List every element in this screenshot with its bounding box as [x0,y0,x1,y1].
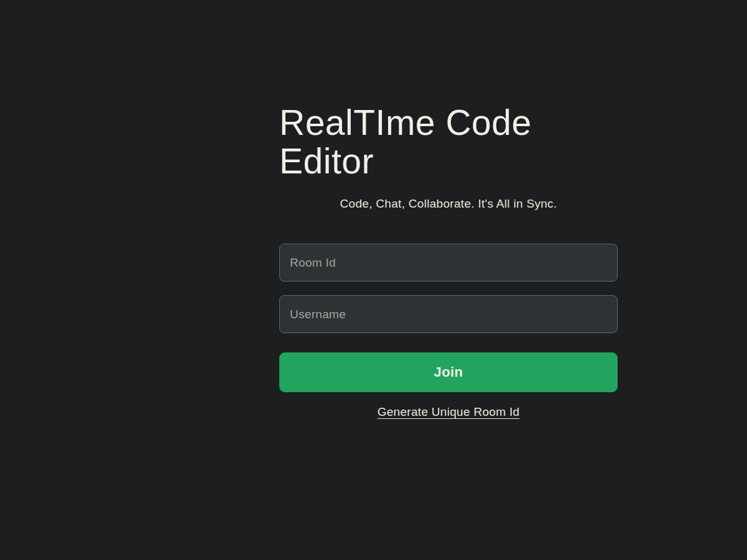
generate-room-id-link[interactable]: Generate Unique Room Id [378,405,520,418]
username-input[interactable] [279,295,618,333]
page-subtitle: Code, Chat, Collaborate. It's All in Syn… [279,197,618,211]
generate-row: Generate Unique Room Id [279,405,618,419]
join-form: Join Generate Unique Room Id [279,244,618,419]
room-id-input[interactable] [279,244,618,282]
join-panel: RealTIme Code Editor Code, Chat, Collabo… [279,103,618,419]
join-button[interactable]: Join [279,352,618,392]
page-title: RealTIme Code Editor [279,103,618,180]
